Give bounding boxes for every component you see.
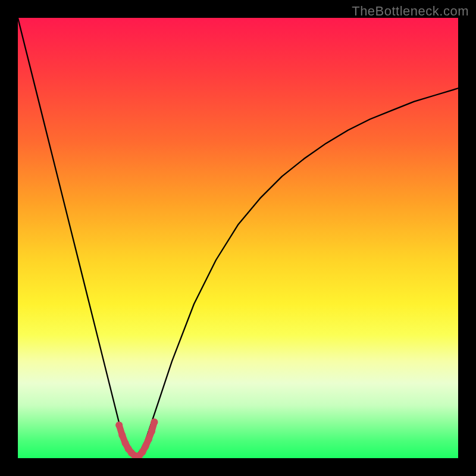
series-valley-marker-dot [118, 431, 126, 439]
series-valley-marker-dot [148, 428, 155, 435]
series-left-branch [18, 18, 137, 455]
chart-gradient-frame [18, 18, 458, 458]
series-valley-marker-dot [151, 418, 158, 425]
watermark-text: TheBottleneck.com [352, 4, 469, 19]
series-valley-marker-dot [142, 443, 149, 450]
series-valley-marker-dot [145, 436, 152, 443]
chart-svg [18, 18, 458, 458]
series-valley-marker-dot [115, 421, 123, 428]
series-right-branch [137, 88, 458, 455]
